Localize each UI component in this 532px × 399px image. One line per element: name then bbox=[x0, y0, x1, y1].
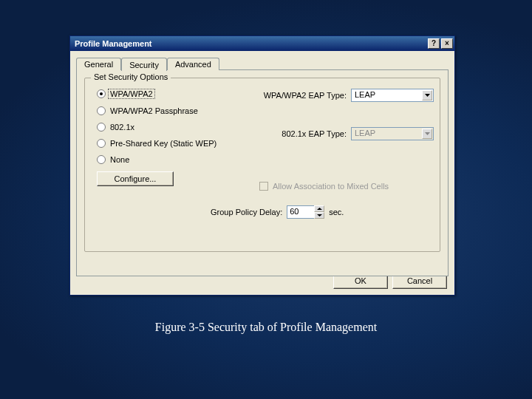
wpa-eap-row: WPA/WPA2 EAP Type: LEAP bbox=[259, 89, 434, 102]
radio-dot-icon bbox=[97, 106, 106, 115]
dot1x-eap-row: 802.1x EAP Type: LEAP bbox=[259, 127, 434, 140]
tab-general[interactable]: General bbox=[76, 58, 121, 70]
svg-marker-3 bbox=[317, 214, 322, 216]
radio-group: WPA/WPA2 WPA/WPA2 Passphrase 802.1x Pre-… bbox=[97, 89, 259, 186]
window-title: Profile Management bbox=[75, 39, 426, 48]
close-button[interactable]: × bbox=[441, 38, 453, 49]
group-policy-delay-row: Group Policy Delay: 60 sec. bbox=[211, 205, 344, 219]
gpd-label: Group Policy Delay: bbox=[211, 208, 282, 216]
checkbox-icon bbox=[259, 182, 268, 191]
radio-8021x[interactable]: 802.1x bbox=[97, 123, 259, 132]
tab-strip: General Security Advanced bbox=[76, 55, 449, 70]
svg-marker-1 bbox=[425, 132, 430, 135]
dropdown-arrow-icon bbox=[422, 129, 432, 139]
radio-dot-icon bbox=[97, 139, 106, 148]
spinner-down-icon[interactable] bbox=[314, 212, 324, 219]
wpa-eap-select[interactable]: LEAP bbox=[351, 89, 434, 102]
dialog-body: General Security Advanced Set Security O… bbox=[70, 51, 454, 295]
tab-advanced[interactable]: Advanced bbox=[167, 58, 219, 70]
tab-page-security: Set Security Options WPA/WPA2 WPA/WPA2 P… bbox=[76, 69, 449, 276]
radio-wpa-wpa2[interactable]: WPA/WPA2 bbox=[97, 89, 259, 99]
gpd-spinner[interactable] bbox=[314, 205, 324, 219]
profile-management-dialog: Profile Management ? × General Security … bbox=[69, 35, 455, 296]
help-button[interactable]: ? bbox=[428, 38, 440, 49]
mixed-cells-label: Allow Association to Mixed Cells bbox=[273, 182, 389, 191]
gpd-input[interactable]: 60 bbox=[287, 205, 315, 219]
radio-label: WPA/WPA2 bbox=[108, 89, 155, 99]
dot1x-eap-value: LEAP bbox=[355, 129, 375, 137]
spinner-up-icon[interactable] bbox=[314, 205, 324, 212]
radio-label: 802.1x bbox=[110, 123, 134, 132]
radio-dot-icon bbox=[97, 89, 106, 98]
security-options-group: Set Security Options WPA/WPA2 WPA/WPA2 P… bbox=[84, 78, 440, 252]
wpa-eap-label: WPA/WPA2 EAP Type: bbox=[259, 91, 351, 100]
group-legend: Set Security Options bbox=[91, 72, 171, 81]
figure-caption: Figure 3-5 Security tab of Profile Manag… bbox=[0, 321, 532, 334]
radio-static-wep[interactable]: Pre-Shared Key (Static WEP) bbox=[97, 139, 259, 148]
svg-marker-2 bbox=[317, 208, 322, 210]
radio-dot-icon bbox=[97, 123, 106, 132]
mixed-cells-row: Allow Association to Mixed Cells bbox=[259, 182, 389, 191]
radio-label: None bbox=[110, 155, 129, 164]
dot1x-eap-select: LEAP bbox=[351, 127, 434, 140]
gpd-unit: sec. bbox=[329, 208, 344, 216]
svg-marker-0 bbox=[425, 94, 430, 97]
radio-label: Pre-Shared Key (Static WEP) bbox=[110, 139, 216, 148]
tab-security[interactable]: Security bbox=[121, 58, 167, 71]
radio-label: WPA/WPA2 Passphrase bbox=[110, 106, 198, 115]
wpa-eap-value: LEAP bbox=[355, 90, 375, 99]
radio-wpa-passphrase[interactable]: WPA/WPA2 Passphrase bbox=[97, 106, 259, 115]
eap-fields: WPA/WPA2 EAP Type: LEAP 802.1x EAP Type:… bbox=[259, 89, 434, 166]
radio-dot-icon bbox=[97, 155, 106, 164]
dot1x-eap-label: 802.1x EAP Type: bbox=[259, 129, 351, 138]
radio-none[interactable]: None bbox=[97, 155, 259, 164]
dropdown-arrow-icon bbox=[422, 90, 432, 100]
configure-button[interactable]: Configure... bbox=[97, 171, 174, 186]
titlebar: Profile Management ? × bbox=[70, 36, 454, 51]
